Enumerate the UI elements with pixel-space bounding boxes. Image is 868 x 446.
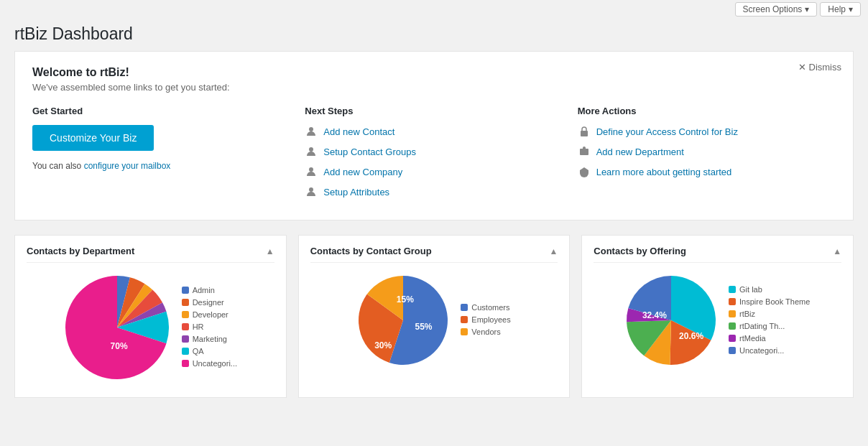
dismiss-label: Dismiss [809,62,842,73]
legend-label: Admin [193,286,215,294]
list-item: Setup Contact Groups [305,145,563,158]
charts-row: Contacts by Department▲70%AdminDesignerD… [14,235,854,398]
chevron-down-icon: ▾ [805,4,809,14]
chart-title: Contacts by Offering [594,246,686,256]
legend-color-dot [461,304,468,311]
legend-item: Marketing [182,335,237,343]
legend-item: Customers [461,303,510,312]
next-steps-column: Next Steps Add new ContactSetup Contact … [305,106,577,205]
legend-label: rtDating Th... [739,322,785,330]
legend-item: rtBiz [729,310,810,318]
legend-item: Uncategori... [182,359,237,368]
group-icon [305,145,318,158]
chart-card: Contacts by Contact Group▲55%30%15%Custo… [298,235,571,398]
list-item: Setup Attributes [305,185,563,198]
legend-color-dot [729,335,736,342]
attributes-icon [305,185,318,198]
legend-color-dot [182,360,189,367]
legend-item: rtMedia [729,334,810,343]
help-label: Help [828,4,846,14]
svg-rect-4 [581,131,588,136]
chart-title: Contacts by Contact Group [310,246,432,256]
legend-label: Designer [193,298,224,307]
legend-item: Admin [182,286,237,294]
welcome-box: ✕ Dismiss Welcome to rtBiz! We've assemb… [14,51,854,220]
legend-color-dot [182,335,189,343]
legend-item: Vendors [461,327,510,336]
main-content: ✕ Dismiss Welcome to rtBiz! We've assemb… [0,51,868,412]
legend-color-dot [729,347,736,354]
more-actions-list: Define your Access Control for BizAdd ne… [578,125,836,178]
next-step-link[interactable]: Setup Attributes [323,187,389,198]
list-item: Learn more about getting started [578,165,836,178]
legend-label: Git lab [739,285,762,294]
chart-header: Contacts by Contact Group▲ [310,246,558,263]
svg-point-3 [309,187,313,192]
legend-color-dot [182,299,189,306]
legend-item: Uncategori... [729,346,810,355]
legend-color-dot [182,311,189,318]
dismiss-button[interactable]: ✕ Dismiss [798,62,842,73]
legend-label: Inspire Book Theme [739,297,810,306]
more-action-link[interactable]: Learn more about getting started [596,167,732,177]
svg-rect-5 [580,149,588,155]
configure-mailbox-link[interactable]: configure your mailbox [84,161,171,171]
more-action-link[interactable]: Define your Access Control for Biz [596,126,738,137]
dept-icon [578,145,591,158]
chart-body: 70%AdminDesignerDeveloperHRMarketingQAUn… [27,274,274,383]
legend-color-dot [182,287,189,294]
legend-item: QA [182,347,237,356]
more-actions-column: More Actions Define your Access Control … [578,106,836,205]
legend-label: Marketing [193,335,227,343]
screen-options-label: Screen Options [743,4,803,14]
next-step-link[interactable]: Add new Contact [323,126,394,137]
list-item: Add new Company [305,165,563,178]
chart-collapse-button[interactable]: ▲ [266,246,274,256]
company-icon [305,165,318,178]
chart-legend: CustomersEmployeesVendors [461,303,510,340]
legend-label: QA [193,347,204,356]
customize-biz-button[interactable]: Customize Your Biz [32,125,154,151]
screen-options-button[interactable]: Screen Options ▾ [735,2,818,17]
welcome-columns: Get Started Customize Your Biz You can a… [32,106,836,205]
legend-item: Employees [461,315,510,324]
legend-color-dot [182,348,189,355]
chart-collapse-button[interactable]: ▲ [833,246,841,256]
legend-label: rtMedia [739,334,766,343]
help-button[interactable]: Help ▾ [820,2,861,17]
close-icon: ✕ [798,62,806,73]
legend-label: Vendors [471,327,500,336]
more-action-link[interactable]: Add new Department [596,147,684,157]
pie-chart: 70% [64,274,170,383]
legend-label: rtBiz [739,310,755,318]
next-step-link[interactable]: Setup Contact Groups [323,147,416,157]
top-bar: Screen Options ▾ Help ▾ [0,0,868,19]
svg-point-1 [309,147,313,152]
next-steps-heading: Next Steps [305,106,563,116]
more-actions-heading: More Actions [578,106,836,116]
chart-header: Contacts by Offering▲ [594,246,841,263]
lock-icon [578,125,591,138]
chart-title: Contacts by Department [27,246,134,256]
legend-color-dot [729,286,736,293]
chart-header: Contacts by Department▲ [27,246,274,263]
chart-legend: AdminDesignerDeveloperHRMarketingQAUncat… [182,286,237,371]
legend-color-dot [729,310,736,317]
chart-card: Contacts by Department▲70%AdminDesignerD… [14,235,287,398]
svg-point-2 [309,167,313,172]
chart-collapse-button[interactable]: ▲ [549,246,558,256]
legend-color-dot [461,316,468,323]
chevron-down-icon: ▾ [849,4,853,14]
list-item: Add new Department [578,145,836,158]
pie-chart: 32.4%20.6% [625,274,717,368]
grad-icon [578,165,591,178]
pie-chart: 55%30%15% [357,274,449,368]
welcome-subtitle: We've assembled some links to get you st… [32,82,836,93]
legend-item: Developer [182,310,237,319]
legend-label: Customers [471,303,509,312]
legend-label: Uncategori... [739,346,784,355]
next-step-link[interactable]: Add new Company [323,167,402,177]
page-title: rtBiz Dashboard [14,24,854,44]
legend-item: Designer [182,298,237,307]
next-steps-list: Add new ContactSetup Contact GroupsAdd n… [305,125,563,198]
